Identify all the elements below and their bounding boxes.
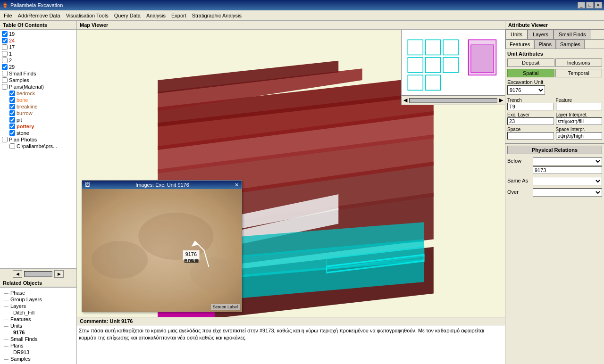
- toc-item-samples[interactable]: Samples: [1, 77, 76, 83]
- toc-item-1[interactable]: 1: [1, 50, 76, 57]
- toc-checkbox-pottery[interactable]: [9, 124, 15, 129]
- toc-item-19[interactable]: 19: [1, 31, 76, 37]
- menu-visualisation[interactable]: Visualisation Tools: [63, 12, 111, 19]
- related-phase[interactable]: — Phase: [2, 290, 75, 296]
- menu-file[interactable]: File: [1, 12, 15, 19]
- related-layers[interactable]: — Layers: [2, 303, 75, 309]
- related-group-layers[interactable]: — Group Layers: [2, 296, 75, 303]
- mini-map[interactable]: ◀ ▶: [401, 30, 505, 105]
- trench-input[interactable]: [507, 103, 554, 110]
- inclusions-button[interactable]: Inclusions: [555, 58, 603, 67]
- related-ditch-fill[interactable]: Ditch_Fill: [2, 309, 75, 316]
- below-value-input[interactable]: [533, 166, 602, 174]
- toc-item-bone[interactable]: bone: [8, 97, 76, 103]
- tab-features[interactable]: Features: [505, 40, 534, 49]
- related-small-finds[interactable]: — Small Finds: [2, 336, 75, 342]
- toc-item-small-finds[interactable]: Small Finds: [1, 70, 76, 77]
- toc-checkbox-24[interactable]: [2, 38, 8, 43]
- toc-item-burrow[interactable]: burrow: [8, 110, 76, 116]
- toc-item-24[interactable]: 24: [1, 37, 76, 44]
- related-layers-label: Layers: [10, 303, 26, 309]
- menu-query[interactable]: Query Data: [111, 12, 143, 19]
- toc-checkbox-29[interactable]: [2, 64, 8, 70]
- toc-nav-next[interactable]: ▶: [54, 270, 64, 278]
- spatial-temporal-row: Spatial Temporal: [507, 69, 602, 77]
- menu-add-remove[interactable]: Add/Remove Data: [15, 12, 63, 19]
- related-plans-label: Plans: [10, 343, 24, 348]
- expand-plans-icon[interactable]: —: [4, 343, 8, 348]
- related-objects-header: Related Objects: [0, 279, 76, 287]
- toc-checkbox-17[interactable]: [2, 44, 8, 50]
- toc-item-plans[interactable]: Plans(Material): [1, 83, 76, 90]
- toc-checkbox-path[interactable]: [9, 143, 15, 149]
- toc-item-bedrock[interactable]: bedrock: [8, 90, 76, 97]
- space-interpr-input[interactable]: [556, 132, 603, 140]
- toc-checkbox-pit[interactable]: [9, 117, 15, 123]
- toc-item-stone[interactable]: stone: [8, 130, 76, 136]
- image-close-button[interactable]: ✕: [235, 182, 239, 188]
- toc-item-path[interactable]: C:\paliambe\prs...: [8, 143, 76, 149]
- layer-interpret-input[interactable]: [556, 117, 603, 125]
- menu-export[interactable]: Export: [168, 12, 189, 19]
- toc-item-breakline[interactable]: breakline: [8, 103, 76, 110]
- minimize-button[interactable]: _: [578, 2, 585, 8]
- toc-item-plan-photos[interactable]: Plan Photos: [1, 136, 76, 143]
- toc-checkbox-small-finds[interactable]: [2, 71, 8, 76]
- toc-item-17[interactable]: 17: [1, 44, 76, 50]
- related-group-layers-label: Group Layers: [10, 297, 42, 302]
- expand-units-icon[interactable]: —: [4, 323, 8, 329]
- menu-analysis[interactable]: Analysis: [143, 12, 168, 19]
- mini-map-scrollbar[interactable]: [409, 98, 497, 103]
- feature-input[interactable]: [556, 103, 603, 110]
- mini-map-prev[interactable]: ◀: [403, 97, 407, 103]
- related-unit-9176[interactable]: 9176: [2, 329, 75, 336]
- over-select[interactable]: [533, 188, 602, 197]
- toc-scrollbar[interactable]: [24, 271, 52, 277]
- toc-item-pit[interactable]: pit: [8, 116, 76, 123]
- related-samples[interactable]: — Samples: [2, 356, 75, 362]
- toc-item-29[interactable]: 29: [1, 64, 76, 70]
- toc-checkbox-burrow[interactable]: [9, 110, 15, 116]
- toc-checkbox-bedrock[interactable]: [9, 91, 15, 96]
- toc-checkbox-samples[interactable]: [2, 77, 8, 83]
- image-title-bar[interactable]: 🖼 Images: Exc. Unit 9176 ✕: [82, 181, 242, 189]
- toc-nav-prev[interactable]: ◀: [13, 270, 22, 278]
- close-button[interactable]: ✕: [595, 2, 602, 8]
- spatial-button[interactable]: Spatial: [507, 69, 554, 77]
- tab-plans[interactable]: Plans: [534, 40, 556, 49]
- map-area[interactable]: ◀ ▶ 🖼 Images: Exc. Unit 9176 ✕: [77, 30, 505, 317]
- deposit-button[interactable]: Deposit: [507, 58, 554, 67]
- tab-small-finds[interactable]: Small Finds: [554, 30, 591, 39]
- toc-checkbox-plan-photos[interactable]: [2, 137, 8, 142]
- related-units[interactable]: — Units: [2, 323, 75, 329]
- below-select[interactable]: [533, 157, 602, 165]
- temporal-button[interactable]: Temporal: [555, 69, 603, 77]
- titlebar-controls[interactable]: _ □ ✕: [578, 2, 602, 8]
- toc-checkbox-1[interactable]: [2, 51, 8, 57]
- maximize-button[interactable]: □: [586, 2, 594, 8]
- toc-checkbox-breakline[interactable]: [9, 104, 15, 109]
- related-dr913[interactable]: DR913: [2, 349, 75, 356]
- related-plans[interactable]: — Plans: [2, 342, 75, 349]
- related-features[interactable]: — Features: [2, 316, 75, 323]
- menu-stratigraphic[interactable]: Stratigraphic Analysis: [189, 12, 244, 19]
- tab-layers[interactable]: Layers: [528, 30, 554, 39]
- space-input[interactable]: [507, 132, 554, 140]
- mini-map-next[interactable]: ▶: [499, 97, 503, 103]
- toc-checkbox-bone[interactable]: [9, 97, 15, 103]
- toc-item-2[interactable]: 2: [1, 57, 76, 64]
- toc-checkbox-stone[interactable]: [9, 130, 15, 136]
- excavation-unit-select[interactable]: 9176: [507, 85, 545, 95]
- toc-checkbox-19[interactable]: [2, 31, 8, 37]
- exc-layer-input[interactable]: [507, 117, 554, 125]
- toc-item-pottery[interactable]: pottery: [8, 123, 76, 130]
- toc-label-breakline: breakline: [17, 104, 38, 109]
- toc-checkbox-2[interactable]: [2, 58, 8, 63]
- tab-samples[interactable]: Samples: [556, 40, 585, 49]
- same-as-select[interactable]: [533, 177, 602, 185]
- comments-text[interactable]: Στην πάσα αυτή καθαρίζεται το κρανίο μια…: [77, 325, 505, 364]
- toc-checkbox-plans[interactable]: [2, 84, 8, 90]
- expand-layers-icon[interactable]: —: [4, 304, 8, 309]
- tab-units[interactable]: Units: [505, 30, 528, 39]
- related-objects: — Phase — Group Layers — Layers Ditch_Fi…: [0, 287, 76, 364]
